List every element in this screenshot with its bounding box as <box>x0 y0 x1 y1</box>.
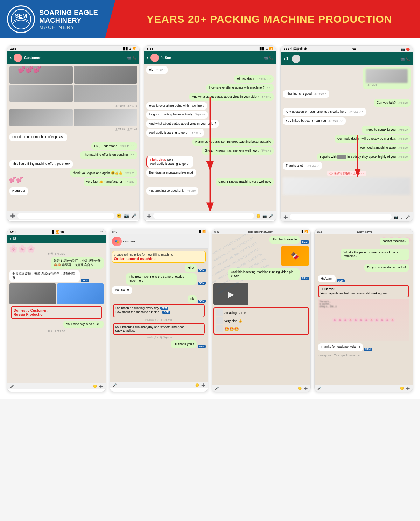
call-icons-3[interactable]: 📹 📞 <box>400 57 410 61</box>
timestamp-1a: 上午1:48 上午1:48 <box>9 104 137 108</box>
more-4[interactable]: ⋯ <box>100 230 103 234</box>
chat-header-4: ‹ 18 <box>7 235 106 243</box>
b6-1: Pls check sample <box>270 236 300 244</box>
chat-area-7: 🌸🌸🌸🌸 🌸🌸🌸 sachet machine? What's the pric… <box>315 234 413 385</box>
mic-icon-3[interactable]: 🎤 <box>406 215 410 219</box>
input-bar-4[interactable]: 🎤 😊 ➕ <box>7 383 106 389</box>
back-icon-2[interactable]: ‹ <box>147 55 148 60</box>
blurred-section-3 <box>283 177 411 195</box>
icons-4: ▊ 📶 18 <box>52 230 64 234</box>
time-6: 5:49 <box>214 230 220 233</box>
camera-icon[interactable]: 📷 <box>124 213 129 218</box>
icons-2: ▊▊ ⊙ 📶 <box>260 47 273 50</box>
input-bar-1[interactable]: ➕ 😊 📷 🎤 <box>7 211 139 220</box>
header-tagline: YEARS 20+ PACKING MACHINE PRODUCTION <box>147 13 392 25</box>
chat-area-1: 💕💕💕 上午1:48 上午1:48 上午1:49 上午1:49 I need t… <box>7 64 139 211</box>
phone-3: ●●● 中国联通 ◈ 38 📷 🔴 ‹ 1 📹 📞 上午9:34 , <box>280 45 413 222</box>
b3-4: Ya , linked but can't hear you 上午9:29 ✓✓ <box>283 117 345 125</box>
chat-header-2: ‹ 's Son 📹 📞 <box>144 51 276 64</box>
logo-circle: SEM <box>7 5 35 33</box>
b5-1: Hi D <box>185 264 197 272</box>
b2-6: Its good...getting better actually 下午8:4… <box>146 111 208 119</box>
camera-icon-3[interactable]: 📷 <box>394 215 398 219</box>
emoji-icon[interactable]: 😊 <box>117 213 122 218</box>
msg2-12: Bumders ar increasing like mad <box>146 169 274 177</box>
plus-icon[interactable]: ➕ <box>10 213 15 218</box>
msg2-1: Hi. 下午8:47 <box>146 66 274 74</box>
sem-badge-7b: SEM <box>364 348 372 351</box>
input-field-2[interactable] <box>153 213 254 219</box>
back-icon-1[interactable]: ‹ <box>10 55 12 60</box>
input-bar-6[interactable]: 🎤 😊 ➕ <box>212 385 310 392</box>
b2-1: Hi. 下午8:47 <box>146 66 168 74</box>
person-7: adam payne <box>357 230 373 233</box>
b7-4: Hi Adam <box>318 275 336 283</box>
plus-icon-2[interactable]: ➕ <box>147 214 151 218</box>
plus-icon-4[interactable]: ➕ <box>99 385 103 388</box>
msg-row-2: Ok ,, understand 下午1:49 ✓✓ <box>9 142 137 150</box>
input-bar-5[interactable]: 🎤 😊 ➕ <box>110 382 208 388</box>
contact-area-5: 🎭 Customer <box>110 234 208 249</box>
back-icon-4[interactable]: ‹ 18 <box>10 237 16 241</box>
b4-1: 您好！货物收到了，非常感谢合作🙈🙉 希望再一次有机会合作 <box>51 257 104 269</box>
emoji-icon-4[interactable]: 😊 <box>93 385 97 388</box>
chat-area-5: please tell me price for new filling mac… <box>110 249 208 382</box>
svg-point-0 <box>11 9 31 29</box>
blurred-text-7: The as h...is sachet...ching s... Sle...… <box>318 299 410 309</box>
date-4b: 昨天 下午2:39 <box>9 329 104 333</box>
msg2-10: Great ! Knows machine very well now . 下午… <box>146 147 274 155</box>
b3-6: Our mold design will be ready by Monday,… <box>335 135 411 143</box>
input-field-1[interactable] <box>18 213 114 219</box>
sem-badge-5f: SEM <box>198 345 206 348</box>
mic-icon-5[interactable]: 🎤 <box>113 383 117 387</box>
call-icons-2[interactable]: 📹 📞 <box>264 56 273 60</box>
emoji-icon-7[interactable]: 😊 <box>400 387 404 390</box>
emoji-icon-2[interactable]: 😊 <box>256 214 260 218</box>
time-bubble-2: 下午1:49 ✓✓ <box>120 145 134 147</box>
input-bar-3[interactable]: ➕ 📷 ⋮ 🎤 <box>281 212 413 221</box>
play-icon-6[interactable]: ▶ <box>228 289 234 299</box>
b2-8: Well sadly it starting to go on 下午8:49 <box>146 129 204 137</box>
mic-icon-4[interactable]: 🎤 <box>10 385 14 388</box>
input-field-3[interactable] <box>290 214 392 220</box>
hearts-2: 💕💕 <box>9 176 23 183</box>
icons-6: ▊ 📶 <box>302 230 308 233</box>
lower-section-7: 🌸🌸🌸🌸🌸🌸🌸🌸🌸🌸🌸🌸 The as h...is sachet...chin… <box>318 299 410 341</box>
back-icon-3[interactable]: ‹ 1 <box>284 56 288 61</box>
domestic-customer-label: Domestic Customer,Russia Production <box>14 309 48 316</box>
machine-running-text: The machine running every day <box>115 306 159 310</box>
hi-carrie-title: Hi Carrie! <box>321 287 407 291</box>
mic-icon-2[interactable]: 🎤 <box>269 214 273 218</box>
mic-icon-7[interactable]: 🎤 <box>317 387 321 390</box>
flowers-4: 🌸🌸🌸 <box>9 245 35 253</box>
plus-icon-7[interactable]: ➕ <box>406 387 410 390</box>
input-bar-2[interactable]: ➕ 😊 📷 🎤 <box>144 211 276 220</box>
call-icons-1[interactable]: 📹 📞 <box>127 56 136 60</box>
b2-4: And what about status about virus in you… <box>189 93 274 101</box>
more-icon-3[interactable]: ⋮ <box>400 215 404 219</box>
plus-icon-3[interactable]: ➕ <box>284 215 288 219</box>
camera-icon-2[interactable]: 📷 <box>262 214 267 218</box>
msg-row-7: Regards! <box>9 187 137 195</box>
phone-7: 8:15 adam payne ⋯ 🌸🌸🌸🌸 🌸🌸🌸 sachet machin… <box>314 229 413 392</box>
plus-icon-6[interactable]: ➕ <box>304 387 308 390</box>
msg2-5: How is everything going with machine ? <box>146 102 274 110</box>
emoji-icon-5[interactable]: 😊 <box>195 383 199 387</box>
chat-header-3: ‹ 1 📹 📞 <box>281 52 413 65</box>
emoji-icon-6[interactable]: 😊 <box>298 387 302 390</box>
missed-call-notice: 🚫 未接语音通话 · 上午9:31 <box>283 171 411 175</box>
status-bar-6: 5:49 sem-machinery.com ▊ 📶 <box>212 229 310 234</box>
bubble-4: This liquid filling machine offer , pls … <box>9 160 73 168</box>
chat-name-2: 's Son <box>161 56 172 60</box>
msg3-7: We need a machine asap 上午9:30 <box>283 144 411 152</box>
input-bar-7[interactable]: 🎤 😊 ➕ <box>315 385 413 392</box>
mic-icon-6[interactable]: 🎤 <box>215 387 219 390</box>
mic-icon[interactable]: 🎤 <box>131 213 136 218</box>
order-box-5: please tell me price for new filling mac… <box>112 251 206 263</box>
msg7-1: sachet machine? <box>317 237 411 246</box>
icons-1: ▊▊ ⊙ 📶 <box>123 47 136 50</box>
plus-icon-5[interactable]: ➕ <box>201 383 205 387</box>
bottom-screenshots-row: 5:10 ▊ 📶 18 ⋯ ‹ 18 🌸🌸🌸 昨天 下午2:30 您好！货物收到… <box>7 229 413 392</box>
msg2-2: Hi nice day ! 下午8:48 ✓✓ <box>146 75 274 83</box>
msg3-9: Thanks a lot ! 上午9:31 ✓ <box>283 162 411 170</box>
